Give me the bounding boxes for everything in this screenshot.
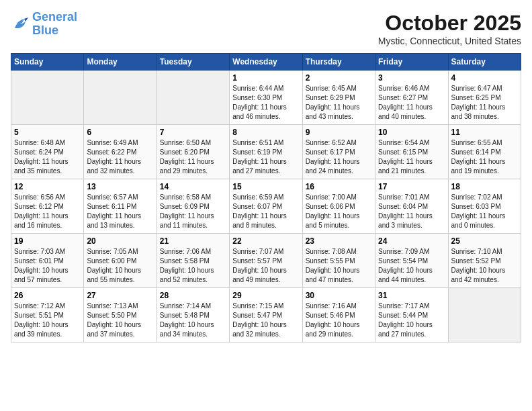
calendar-cell: 17Sunrise: 7:01 AMSunset: 6:04 PMDayligh… — [375, 179, 448, 234]
day-info: Sunrise: 6:55 AMSunset: 6:14 PMDaylight:… — [451, 138, 518, 176]
day-number: 23 — [306, 236, 372, 246]
calendar-cell — [448, 288, 521, 342]
calendar-cell: 26Sunrise: 7:12 AMSunset: 5:51 PMDayligh… — [11, 288, 84, 342]
calendar-cell: 6Sunrise: 6:49 AMSunset: 6:22 PMDaylight… — [84, 125, 157, 179]
calendar-cell: 23Sunrise: 7:08 AMSunset: 5:55 PMDayligh… — [302, 234, 375, 288]
day-info: Sunrise: 7:14 AMSunset: 5:48 PMDaylight:… — [160, 302, 226, 339]
calendar-cell: 1Sunrise: 6:44 AMSunset: 6:30 PMDaylight… — [230, 71, 302, 125]
calendar-cell: 11Sunrise: 6:55 AMSunset: 6:14 PMDayligh… — [448, 125, 521, 179]
calendar-header-tuesday: Tuesday — [157, 54, 229, 71]
day-info: Sunrise: 7:01 AMSunset: 6:04 PMDaylight:… — [378, 193, 445, 230]
day-number: 3 — [378, 73, 445, 83]
day-info: Sunrise: 6:58 AMSunset: 6:09 PMDaylight:… — [160, 193, 226, 230]
calendar-cell: 29Sunrise: 7:15 AMSunset: 5:47 PMDayligh… — [230, 288, 302, 342]
day-info: Sunrise: 7:03 AMSunset: 6:01 PMDaylight:… — [14, 247, 81, 285]
day-info: Sunrise: 7:08 AMSunset: 5:55 PMDaylight:… — [306, 247, 372, 285]
calendar-cell: 14Sunrise: 6:58 AMSunset: 6:09 PMDayligh… — [157, 179, 229, 234]
day-number: 20 — [87, 236, 153, 246]
day-info: Sunrise: 7:02 AMSunset: 6:03 PMDaylight:… — [451, 193, 518, 230]
calendar-header-friday: Friday — [375, 54, 448, 71]
calendar-header-monday: Monday — [84, 54, 157, 71]
calendar-week-5: 26Sunrise: 7:12 AMSunset: 5:51 PMDayligh… — [11, 288, 521, 342]
day-number: 21 — [160, 236, 226, 246]
day-info: Sunrise: 7:00 AMSunset: 6:06 PMDaylight:… — [306, 193, 372, 230]
day-info: Sunrise: 6:56 AMSunset: 6:12 PMDaylight:… — [14, 193, 81, 230]
calendar-cell: 7Sunrise: 6:50 AMSunset: 6:20 PMDaylight… — [157, 125, 229, 179]
day-info: Sunrise: 7:09 AMSunset: 5:54 PMDaylight:… — [378, 247, 445, 285]
day-number: 19 — [14, 236, 81, 246]
calendar-week-3: 12Sunrise: 6:56 AMSunset: 6:12 PMDayligh… — [11, 179, 521, 234]
day-number: 4 — [451, 73, 518, 83]
day-number: 24 — [378, 236, 445, 246]
calendar-cell: 15Sunrise: 6:59 AMSunset: 6:07 PMDayligh… — [230, 179, 302, 234]
day-number: 12 — [14, 182, 81, 191]
day-number: 10 — [378, 128, 445, 137]
month-title: October 2025 — [378, 11, 521, 36]
calendar-cell: 30Sunrise: 7:16 AMSunset: 5:46 PMDayligh… — [302, 288, 375, 342]
calendar-header-saturday: Saturday — [448, 54, 521, 71]
day-number: 18 — [451, 182, 518, 191]
day-number: 16 — [306, 182, 372, 191]
day-number: 14 — [160, 182, 226, 191]
title-block: October 2025 Mystic, Connecticut, United… — [378, 11, 521, 46]
location: Mystic, Connecticut, United States — [378, 36, 521, 46]
day-number: 7 — [160, 128, 226, 137]
logo-text: General Blue — [32, 11, 77, 38]
calendar-cell: 24Sunrise: 7:09 AMSunset: 5:54 PMDayligh… — [375, 234, 448, 288]
day-info: Sunrise: 6:50 AMSunset: 6:20 PMDaylight:… — [160, 138, 226, 176]
day-number: 26 — [14, 291, 81, 300]
calendar-cell: 4Sunrise: 6:47 AMSunset: 6:25 PMDaylight… — [448, 71, 521, 125]
calendar-cell: 9Sunrise: 6:52 AMSunset: 6:17 PMDaylight… — [302, 125, 375, 179]
day-number: 17 — [378, 182, 445, 191]
calendar-cell: 18Sunrise: 7:02 AMSunset: 6:03 PMDayligh… — [448, 179, 521, 234]
day-info: Sunrise: 7:06 AMSunset: 5:58 PMDaylight:… — [160, 247, 226, 285]
calendar-header-wednesday: Wednesday — [230, 54, 302, 71]
day-info: Sunrise: 6:57 AMSunset: 6:11 PMDaylight:… — [87, 193, 153, 230]
day-info: Sunrise: 6:49 AMSunset: 6:22 PMDaylight:… — [87, 138, 153, 176]
calendar-cell: 8Sunrise: 6:51 AMSunset: 6:19 PMDaylight… — [230, 125, 302, 179]
day-info: Sunrise: 6:59 AMSunset: 6:07 PMDaylight:… — [232, 193, 299, 230]
day-info: Sunrise: 7:12 AMSunset: 5:51 PMDaylight:… — [14, 302, 81, 339]
day-info: Sunrise: 7:17 AMSunset: 5:44 PMDaylight:… — [378, 302, 445, 339]
calendar-cell: 2Sunrise: 6:45 AMSunset: 6:29 PMDaylight… — [302, 71, 375, 125]
day-number: 8 — [232, 128, 299, 137]
calendar-cell: 3Sunrise: 6:46 AMSunset: 6:27 PMDaylight… — [375, 71, 448, 125]
calendar-cell — [11, 71, 84, 125]
day-info: Sunrise: 6:48 AMSunset: 6:24 PMDaylight:… — [14, 138, 81, 176]
calendar-cell: 27Sunrise: 7:13 AMSunset: 5:50 PMDayligh… — [84, 288, 157, 342]
day-info: Sunrise: 7:16 AMSunset: 5:46 PMDaylight:… — [306, 302, 372, 339]
day-number: 6 — [87, 128, 153, 137]
day-info: Sunrise: 6:52 AMSunset: 6:17 PMDaylight:… — [306, 138, 372, 176]
calendar-cell — [157, 71, 229, 125]
calendar-week-4: 19Sunrise: 7:03 AMSunset: 6:01 PMDayligh… — [11, 234, 521, 288]
calendar-week-1: 1Sunrise: 6:44 AMSunset: 6:30 PMDaylight… — [11, 71, 521, 125]
day-number: 1 — [232, 73, 299, 83]
day-number: 2 — [306, 73, 372, 83]
calendar-header-sunday: Sunday — [11, 54, 84, 71]
day-info: Sunrise: 6:45 AMSunset: 6:29 PMDaylight:… — [306, 84, 372, 122]
calendar-cell: 13Sunrise: 6:57 AMSunset: 6:11 PMDayligh… — [84, 179, 157, 234]
calendar-cell: 5Sunrise: 6:48 AMSunset: 6:24 PMDaylight… — [11, 125, 84, 179]
header: General Blue October 2025 Mystic, Connec… — [11, 11, 521, 46]
calendar-header-thursday: Thursday — [302, 54, 375, 71]
day-info: Sunrise: 6:46 AMSunset: 6:27 PMDaylight:… — [378, 84, 445, 122]
day-number: 13 — [87, 182, 153, 191]
calendar-week-2: 5Sunrise: 6:48 AMSunset: 6:24 PMDaylight… — [11, 125, 521, 179]
calendar-cell: 12Sunrise: 6:56 AMSunset: 6:12 PMDayligh… — [11, 179, 84, 234]
day-info: Sunrise: 6:54 AMSunset: 6:15 PMDaylight:… — [378, 138, 445, 176]
day-info: Sunrise: 6:44 AMSunset: 6:30 PMDaylight:… — [232, 84, 299, 122]
day-number: 25 — [451, 236, 518, 246]
calendar-cell: 20Sunrise: 7:05 AMSunset: 6:00 PMDayligh… — [84, 234, 157, 288]
calendar-cell: 19Sunrise: 7:03 AMSunset: 6:01 PMDayligh… — [11, 234, 84, 288]
calendar-table: SundayMondayTuesdayWednesdayThursdayFrid… — [11, 53, 521, 342]
day-info: Sunrise: 7:13 AMSunset: 5:50 PMDaylight:… — [87, 302, 153, 339]
day-number: 9 — [306, 128, 372, 137]
day-number: 31 — [378, 291, 445, 300]
day-number: 15 — [232, 182, 299, 191]
calendar-cell: 16Sunrise: 7:00 AMSunset: 6:06 PMDayligh… — [302, 179, 375, 234]
day-number: 30 — [306, 291, 372, 300]
day-info: Sunrise: 7:05 AMSunset: 6:00 PMDaylight:… — [87, 247, 153, 285]
calendar-cell: 22Sunrise: 7:07 AMSunset: 5:57 PMDayligh… — [230, 234, 302, 288]
logo: General Blue — [11, 11, 77, 38]
day-number: 28 — [160, 291, 226, 300]
